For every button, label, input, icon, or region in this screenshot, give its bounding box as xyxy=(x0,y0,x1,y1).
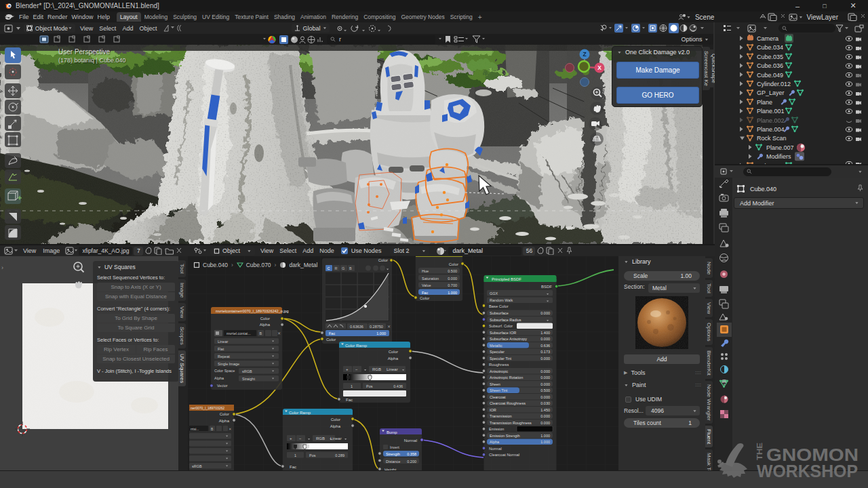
svg-text:Color: Color xyxy=(378,258,388,262)
svg-text:Fac: Fac xyxy=(329,331,335,336)
svg-text:Roughness: Roughness xyxy=(489,363,509,367)
svg-text:Pos: Pos xyxy=(366,384,373,388)
svg-text:Clearcoat Roughness: Clearcoat Roughness xyxy=(490,401,526,405)
svg-text:Color: Color xyxy=(220,412,229,416)
svg-text:1.000: 1.000 xyxy=(448,291,457,295)
svg-text:Alpha: Alpha xyxy=(490,440,500,444)
svg-text:−: − xyxy=(355,367,358,371)
svg-text:Color: Color xyxy=(389,350,398,354)
svg-text:Sheen Tint: Sheen Tint xyxy=(490,388,508,392)
svg-text:+: + xyxy=(346,367,349,371)
svg-text:B: B xyxy=(260,331,262,336)
svg-text:✕: ✕ xyxy=(277,331,281,336)
svg-text:Color Ramp: Color Ramp xyxy=(289,411,311,415)
svg-text:0.358: 0.358 xyxy=(407,452,416,456)
svg-text:Cube.036: Cube.036 xyxy=(757,62,783,69)
svg-text:Alpha: Alpha xyxy=(214,376,224,380)
svg-text:✕: ✕ xyxy=(229,427,232,431)
svg-text:Color Space: Color Space xyxy=(214,369,235,373)
svg-text:Fac: Fac xyxy=(422,291,428,295)
svg-text:Saturation: Saturation xyxy=(422,277,439,281)
svg-text:Modifiers: Modifiers xyxy=(766,153,791,160)
svg-text:Subsurface IOR: Subsurface IOR xyxy=(490,331,516,335)
svg-text:GP_Layer: GP_Layer xyxy=(757,89,785,96)
svg-text:Camera: Camera xyxy=(757,35,778,42)
svg-text:0.000: 0.000 xyxy=(540,375,550,380)
svg-text:0.700: 0.700 xyxy=(448,283,457,287)
svg-text:0.000: 0.000 xyxy=(540,382,550,386)
svg-text:Linear: Linear xyxy=(330,436,342,441)
svg-text:0.000: 0.000 xyxy=(448,277,457,281)
svg-text:0.173: 0.173 xyxy=(540,350,550,354)
svg-text:GGX: GGX xyxy=(490,291,498,296)
svg-text:Metallic: Metallic xyxy=(490,344,502,348)
svg-text:Color: Color xyxy=(331,418,340,422)
svg-text:Transmission: Transmission xyxy=(490,414,512,418)
svg-text:Fac: Fac xyxy=(290,465,296,469)
svg-text:Linear: Linear xyxy=(218,340,228,344)
svg-text:sRGB: sRGB xyxy=(242,369,252,373)
svg-text:rrtsi...: rrtsi... xyxy=(191,427,199,431)
svg-text:Sheen: Sheen xyxy=(490,382,500,386)
svg-text:IOR: IOR xyxy=(490,408,496,412)
svg-text:RGB: RGB xyxy=(372,367,381,371)
svg-text:Invert: Invert xyxy=(390,445,399,449)
svg-text:ner0070_l_189703262: ner0070_l_189703262 xyxy=(191,406,224,410)
svg-text:Anisotropic: Anisotropic xyxy=(490,369,508,373)
svg-text:Alpha: Alpha xyxy=(388,357,399,361)
svg-text:R: R xyxy=(335,266,338,270)
svg-text:Emission Strength: Emission Strength xyxy=(490,434,520,438)
svg-text:Distance: Distance xyxy=(386,460,400,464)
svg-text:0.000: 0.000 xyxy=(540,414,550,418)
svg-text:0.000: 0.000 xyxy=(540,311,550,315)
svg-text:Random Walk: Random Walk xyxy=(490,298,513,302)
svg-text:Subsurface Anisotropy: Subsurface Anisotropy xyxy=(490,337,527,341)
svg-text:+: + xyxy=(290,436,292,441)
svg-text:Color: Color xyxy=(420,296,429,300)
svg-text:Base Color: Base Color xyxy=(489,304,509,308)
svg-text:Transmission Roughness: Transmission Roughness xyxy=(490,421,532,425)
svg-text:Cube.035: Cube.035 xyxy=(757,54,783,60)
svg-text:0.500: 0.500 xyxy=(448,269,457,273)
svg-text:1.400: 1.400 xyxy=(540,331,550,335)
svg-text:Subsurf. Color: Subsurf. Color xyxy=(489,324,513,328)
svg-text:Bump: Bump xyxy=(387,430,397,434)
svg-text:0.030: 0.030 xyxy=(540,401,550,405)
svg-text:Color: Color xyxy=(449,262,458,266)
svg-text:Linear: Linear xyxy=(387,367,398,371)
svg-text:Plane.002: Plane.002 xyxy=(757,117,785,124)
svg-text:C: C xyxy=(328,266,330,270)
svg-text:1.000: 1.000 xyxy=(540,440,550,444)
svg-text:Plane.004: Plane.004 xyxy=(757,126,785,133)
svg-text:Fac: Fac xyxy=(346,398,353,402)
svg-text:Normal: Normal xyxy=(489,447,502,451)
svg-text:Subsurface: Subsurface xyxy=(490,311,509,315)
svg-text:sRGB: sRGB xyxy=(192,464,202,468)
svg-text:WORKSHOP: WORKSHOP xyxy=(757,461,858,481)
svg-text:0.200: 0.200 xyxy=(407,460,416,464)
svg-text:Cube.049: Cube.049 xyxy=(757,72,783,79)
svg-text:BSDF: BSDF xyxy=(541,285,552,289)
svg-text:Value: Value xyxy=(422,283,431,287)
svg-text:Z: Z xyxy=(583,51,586,58)
svg-text:Plane.001: Plane.001 xyxy=(757,108,785,115)
svg-text:THE: THE xyxy=(755,443,764,460)
svg-text:Anisotropic Rotation: Anisotropic Rotation xyxy=(490,375,523,380)
svg-text:1.000: 1.000 xyxy=(376,331,386,336)
svg-text:✕: ✕ xyxy=(387,325,391,329)
svg-text:0.436: 0.436 xyxy=(393,384,403,388)
svg-text:B: B xyxy=(349,266,352,270)
svg-text:RGB: RGB xyxy=(316,436,325,441)
svg-text:Cube.034: Cube.034 xyxy=(757,44,783,51)
svg-text:Color: Color xyxy=(260,317,270,321)
svg-text:Principled BSDF: Principled BSDF xyxy=(492,277,521,281)
svg-text:0.000: 0.000 xyxy=(540,337,550,341)
svg-text:0.000: 0.000 xyxy=(540,357,550,361)
svg-text:0.000: 0.000 xyxy=(540,395,550,399)
svg-text:Cylinder.012: Cylinder.012 xyxy=(757,81,791,87)
svg-text:0.000: 0.000 xyxy=(540,421,550,425)
svg-text:1.450: 1.450 xyxy=(540,408,550,412)
svg-text:Clearcoat: Clearcoat xyxy=(490,395,506,399)
svg-text:Repeat: Repeat xyxy=(218,354,230,359)
svg-text:Color Ramp: Color Ramp xyxy=(345,344,368,348)
